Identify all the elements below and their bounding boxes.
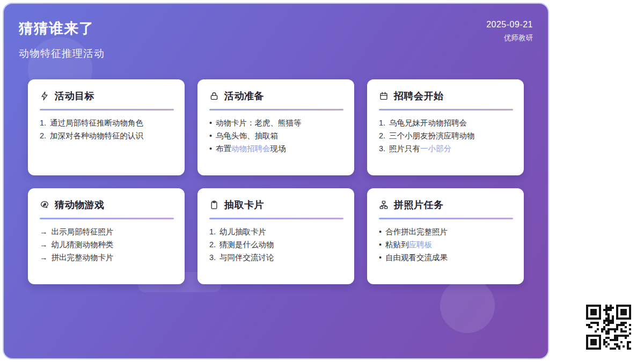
text-segment: 幼儿抽取卡片 (219, 227, 266, 236)
divider (379, 109, 513, 110)
list-marker: • (379, 225, 382, 238)
card-header: 抽取卡片 (209, 198, 343, 211)
text-segment: 拼出完整动物卡片 (52, 253, 114, 262)
list-item: 3.与同伴交流讨论 (209, 251, 343, 264)
list-item: •粘贴到应聘板 (379, 238, 513, 251)
decorative-circle (440, 278, 495, 333)
list-item-text: 幼儿猜测动物种类 (52, 238, 114, 251)
page-subtitle: 动物特征推理活动 (19, 47, 105, 61)
list-marker: 2. (379, 129, 385, 142)
card-list: 1.乌龟兄妹开动物招聘会2.三个小朋友扮演应聘动物3.照片只有一小部分 (379, 116, 513, 155)
list-item-text: 猜测是什么动物 (219, 238, 274, 251)
list-item-text: 自由观看交流成果 (385, 251, 448, 264)
card-title: 活动目标 (55, 90, 94, 102)
list-marker: • (209, 116, 212, 129)
text-segment: 乌龟头饰、抽取箱 (216, 131, 278, 140)
date-label: 2025-09-21 (486, 20, 533, 29)
main-panel: 猜猜谁来了 动物特征推理活动 2025-09-21 优师教研 活动目标 1.通过… (3, 3, 549, 359)
list-item: 2.三个小朋友扮演应聘动物 (379, 129, 513, 142)
text-segment: 猜测是什么动物 (219, 240, 274, 249)
text-segment: 粘贴到 (385, 240, 409, 249)
list-marker: • (209, 142, 212, 155)
list-item: •合作拼出完整照片 (379, 225, 513, 238)
list-item-text: 通过局部特征推断动物角色 (50, 116, 143, 129)
divider (40, 218, 174, 219)
list-item-text: 布置动物招聘会现场 (216, 142, 286, 155)
card-list: 1.幼儿抽取卡片2.猜测是什么动物3.与同伴交流讨论 (209, 225, 343, 264)
inline-link[interactable]: 动物招聘会 (231, 144, 270, 153)
list-item-text: 拼出完整动物卡片 (52, 251, 114, 264)
text-segment: 幼儿猜测动物种类 (52, 240, 114, 249)
list-marker: 1. (379, 116, 385, 129)
list-marker: 3. (379, 142, 385, 155)
list-item-text: 照片只有一小部分 (389, 142, 451, 155)
list-item-text: 三个小朋友扮演应聘动物 (389, 129, 475, 142)
card-list: •合作拼出完整照片•粘贴到应聘板•自由观看交流成果 (379, 225, 513, 264)
card-list: •动物卡片：老虎、熊猫等•乌龟头饰、抽取箱•布置动物招聘会现场 (209, 116, 343, 155)
text-segment: 布置 (216, 144, 231, 153)
card-fair-start: 招聘会开始 1.乌龟兄妹开动物招聘会2.三个小朋友扮演应聘动物3.照片只有一小部… (367, 79, 524, 175)
list-item: 1.幼儿抽取卡片 (209, 225, 343, 238)
text-segment: 通过局部特征推断动物角色 (50, 119, 143, 127)
cards-grid: 活动目标 1.通过局部特征推断动物角色2.加深对各种动物特征的认识 活动准备 •… (28, 79, 524, 284)
divider (209, 109, 343, 110)
card-guess-game: 猜动物游戏 →出示局部特征照片→幼儿猜测动物种类→拼出完整动物卡片 (28, 188, 185, 284)
list-item-text: 动物卡片：老虎、熊猫等 (216, 116, 302, 129)
card-activity-goals: 活动目标 1.通过局部特征推断动物角色2.加深对各种动物特征的认识 (28, 79, 185, 175)
text-segment: 三个小朋友扮演应聘动物 (389, 131, 475, 140)
list-item: 2.猜测是什么动物 (209, 238, 343, 251)
card-title: 活动准备 (224, 90, 264, 102)
list-marker: 1. (40, 116, 46, 129)
list-item: 1.乌龟兄妹开动物招聘会 (379, 116, 513, 129)
text-segment: 照片只有 (389, 144, 420, 153)
card-title: 招聘会开始 (394, 90, 444, 102)
card-list: →出示局部特征照片→幼儿猜测动物种类→拼出完整动物卡片 (40, 225, 174, 264)
list-item-text: 幼儿抽取卡片 (219, 225, 266, 238)
qr-code (586, 305, 631, 350)
page: { "header": { "title": "猜猜谁来了", "subtitl… (0, 0, 644, 362)
card-activity-prep: 活动准备 •动物卡片：老虎、熊猫等•乌龟头饰、抽取箱•布置动物招聘会现场 (197, 79, 354, 175)
text-segment: 动物卡片：老虎、熊猫等 (216, 119, 302, 127)
list-item-text: 乌龟兄妹开动物招聘会 (389, 116, 467, 129)
list-marker: • (379, 238, 382, 251)
card-header: 招聘会开始 (379, 90, 513, 102)
inline-link[interactable]: 一小部分 (420, 144, 451, 153)
text-segment: 加深对各种动物特征的认识 (50, 131, 143, 140)
list-item-text: 加深对各种动物特征的认识 (50, 129, 143, 142)
list-marker: • (209, 129, 212, 142)
list-item: →幼儿猜测动物种类 (40, 238, 174, 251)
header-meta: 2025-09-21 优师教研 (486, 20, 533, 43)
list-marker: 2. (40, 129, 46, 142)
lightning-icon (40, 91, 49, 101)
list-marker: • (379, 251, 382, 264)
card-title: 猜动物游戏 (55, 198, 105, 211)
card-title: 拼照片任务 (394, 198, 444, 211)
card-header: 拼照片任务 (379, 198, 513, 211)
list-item: •乌龟头饰、抽取箱 (209, 129, 343, 142)
list-item-text: 合作拼出完整照片 (385, 225, 448, 238)
chat-bubble-icon (40, 200, 49, 210)
clipboard-icon (209, 200, 219, 210)
text-segment: 乌龟兄妹开动物招聘会 (389, 119, 467, 127)
card-draw-cards: 抽取卡片 1.幼儿抽取卡片2.猜测是什么动物3.与同伴交流讨论 (197, 188, 354, 284)
inline-link[interactable]: 应聘板 (409, 240, 433, 249)
divider (209, 218, 343, 219)
list-marker: 1. (209, 225, 216, 238)
list-marker: 3. (209, 251, 216, 264)
card-header: 猜动物游戏 (40, 198, 174, 211)
card-header: 活动准备 (209, 90, 343, 102)
list-item-text: 粘贴到应聘板 (385, 238, 432, 251)
text-segment: 合作拼出完整照片 (385, 227, 448, 236)
list-item: 3.照片只有一小部分 (379, 142, 513, 155)
list-item-text: 与同伴交流讨论 (219, 251, 274, 264)
org-chart-icon (379, 200, 389, 210)
list-item-text: 乌龟头饰、抽取箱 (216, 129, 278, 142)
card-photo-task: 拼照片任务 •合作拼出完整照片•粘贴到应聘板•自由观看交流成果 (367, 188, 524, 284)
list-marker: → (40, 251, 48, 264)
text-segment: 现场 (270, 144, 286, 153)
list-marker: → (40, 225, 48, 238)
card-title: 抽取卡片 (224, 198, 264, 211)
card-header: 活动目标 (40, 90, 174, 102)
divider (40, 109, 174, 110)
lock-icon (209, 91, 219, 101)
